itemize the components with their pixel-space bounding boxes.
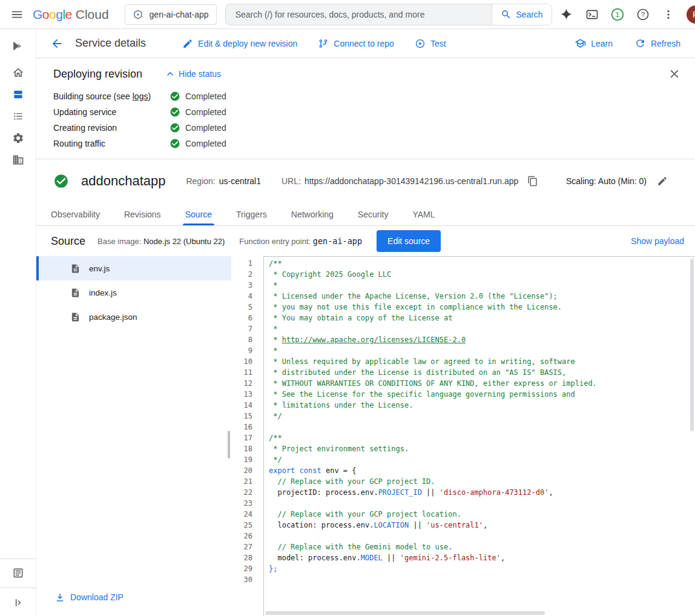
download-zip-label: Download ZIP <box>70 592 124 602</box>
vertical-dots-icon <box>662 8 674 21</box>
url-field: URL: https://addonchatapp-301439142196.u… <box>282 173 541 190</box>
collapse-nav-button[interactable] <box>4 592 33 614</box>
notification-count-badge: 1 <box>610 7 625 22</box>
line-numbers: 1234567891011121314151617181920212223242… <box>231 256 263 616</box>
edit-source-button[interactable]: Edit source <box>377 230 441 252</box>
vertical-scrollbar-thumb[interactable] <box>690 259 694 431</box>
topbar-utilities: 1 ? P <box>555 2 695 27</box>
tab-security[interactable]: Security <box>358 203 389 225</box>
learn-button[interactable]: Learn <box>575 38 613 49</box>
copy-icon <box>527 176 538 187</box>
gcp-console: Google Cloud gen-ai-chat-app Search 1 <box>0 0 695 616</box>
base-image-field: Base image: Node.js 22 (Ubuntu 22) <box>97 237 225 246</box>
tab-revisions[interactable]: Revisions <box>124 203 161 225</box>
connect-repo-button[interactable]: Connect to repo <box>318 38 394 49</box>
rail-home-button[interactable] <box>4 62 33 84</box>
base-image-value: Node.js 22 (Ubuntu 22) <box>143 237 225 246</box>
code-line: model: process.env.MODEL || 'gemini-2.5-… <box>269 552 695 563</box>
close-panel-button[interactable] <box>666 65 683 82</box>
logs-link[interactable]: logs <box>133 91 148 101</box>
more-options-button[interactable] <box>656 2 680 27</box>
gemini-button[interactable] <box>555 2 579 27</box>
back-button[interactable] <box>45 31 69 56</box>
url-label: URL: <box>282 176 301 186</box>
file-tree-scrollbar[interactable] <box>228 431 230 459</box>
hide-status-toggle[interactable]: Hide status <box>164 68 221 80</box>
check-circle-icon <box>170 91 180 102</box>
deploy-step: Creating revisionCompleted <box>53 120 678 136</box>
rail-services-button[interactable] <box>4 84 33 105</box>
edit-scaling-button[interactable] <box>654 173 671 190</box>
cloud-shell-button[interactable] <box>580 2 604 27</box>
topbar: Google Cloud gen-ai-chat-app Search 1 <box>0 0 695 29</box>
vertical-scrollbar[interactable] <box>688 257 695 610</box>
refresh-button[interactable]: Refresh <box>634 38 680 49</box>
project-icon <box>133 9 143 20</box>
download-zip-button[interactable]: Download ZIP <box>36 592 231 616</box>
notifications-button[interactable]: 1 <box>605 2 630 27</box>
file-index.js[interactable]: index.js <box>36 280 231 305</box>
refresh-icon <box>634 38 646 49</box>
source-workspace: env.jsindex.jspackage.json Download ZIP … <box>36 256 695 616</box>
file-icon <box>70 263 81 274</box>
jobs-list-icon <box>12 110 24 122</box>
deploy-panel-title: Deploying revision <box>53 68 142 81</box>
test-label: Test <box>430 39 446 48</box>
release-notes-button[interactable] <box>4 562 33 584</box>
project-selector[interactable]: gen-ai-chat-app <box>125 4 217 25</box>
code-line: * You may obtain a copy of the License a… <box>269 313 695 323</box>
search-button[interactable]: Search <box>492 4 551 25</box>
copy-url-button[interactable] <box>524 173 541 190</box>
source-toolbar: Source Base image: Node.js 22 (Ubuntu 22… <box>36 226 695 256</box>
rail-footer <box>0 558 36 616</box>
left-nav-rail <box>0 29 36 616</box>
code-editor[interactable]: 1234567891011121314151617181920212223242… <box>231 256 695 616</box>
tab-source[interactable]: Source <box>185 203 212 225</box>
help-button[interactable]: ? <box>631 2 655 27</box>
horizontal-scrollbar-thumb[interactable] <box>265 611 545 615</box>
code-pane: /** * Copyright 2025 Google LLC * * Lice… <box>263 256 695 616</box>
code-line <box>269 498 695 509</box>
show-payload-button[interactable]: Show payload <box>631 236 684 246</box>
cloud-run-product-button[interactable] <box>4 34 33 58</box>
search-input[interactable] <box>226 4 492 25</box>
code-line: // Replace with your GCP project locatio… <box>269 509 695 520</box>
entry-point-field: Function entry point: gen-ai-app <box>239 236 362 246</box>
code-line: /** <box>269 432 695 443</box>
file-name: index.js <box>89 288 117 297</box>
tab-yaml[interactable]: YAML <box>412 203 435 225</box>
edit-deploy-button[interactable]: Edit & deploy new revision <box>182 38 297 49</box>
code-line: location: process.env.LOCATION || 'us-ce… <box>269 520 695 531</box>
code-line: * <box>269 280 695 291</box>
tab-observability[interactable]: Observability <box>51 203 100 225</box>
code-line: * <box>269 323 695 334</box>
tab-bar: ObservabilityRevisionsSourceTriggersNetw… <box>36 203 695 226</box>
code-line: * Unless required by applicable law or a… <box>269 356 695 367</box>
file-package.json[interactable]: package.json <box>36 305 231 329</box>
rail-domains-button[interactable] <box>4 149 33 171</box>
code-line: * Project environment settings. <box>269 443 695 454</box>
code-line: // Replace with your GCP project ID. <box>269 476 695 487</box>
avatar[interactable]: P <box>687 5 695 24</box>
service-header: addonchatapp Region: us-central1 URL: ht… <box>36 159 695 203</box>
rail-jobs-button[interactable] <box>4 105 33 127</box>
test-button[interactable]: Test <box>415 38 446 49</box>
file-list: env.jsindex.jspackage.json <box>36 256 231 329</box>
code-line: * you may not use this file except in co… <box>269 302 695 313</box>
file-env.js[interactable]: env.js <box>36 256 231 280</box>
code-line: */ <box>269 411 695 422</box>
rail-worker-pools-button[interactable] <box>4 127 33 149</box>
google-cloud-logo[interactable]: Google Cloud <box>33 7 109 22</box>
horizontal-scrollbar[interactable] <box>264 610 688 616</box>
svg-text:?: ? <box>641 10 645 18</box>
tab-networking[interactable]: Networking <box>291 203 334 225</box>
project-name: gen-ai-chat-app <box>150 10 209 19</box>
close-icon <box>668 67 681 81</box>
hamburger-menu-button[interactable] <box>5 2 29 27</box>
base-image-label: Base image: <box>97 237 141 246</box>
svg-text:1: 1 <box>615 11 619 18</box>
learn-label: Learn <box>591 39 613 48</box>
service-url-link[interactable]: https://addonchatapp-301439142196.us-cen… <box>305 176 518 186</box>
pencil-icon <box>657 176 668 187</box>
tab-triggers[interactable]: Triggers <box>236 203 267 225</box>
